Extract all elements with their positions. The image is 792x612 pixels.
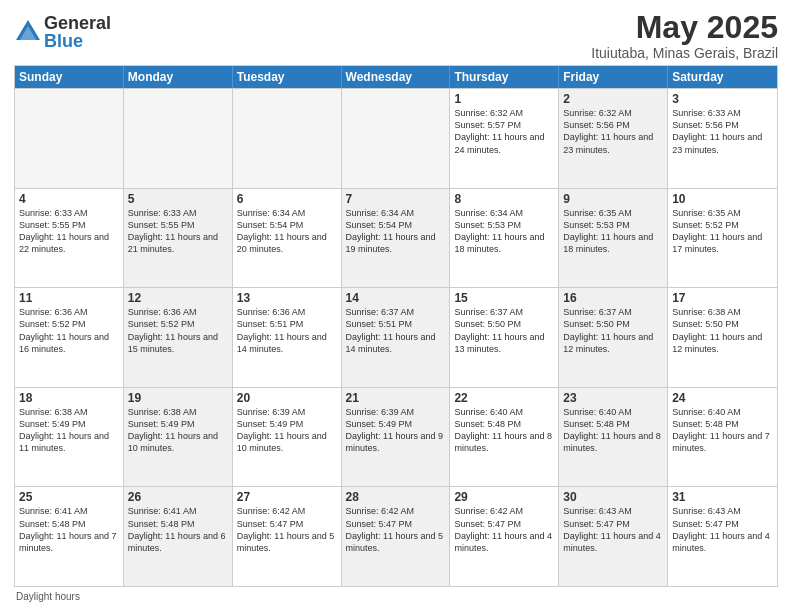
day-number: 31	[672, 490, 773, 504]
calendar: SundayMondayTuesdayWednesdayThursdayFrid…	[14, 65, 778, 587]
day-info: Sunrise: 6:40 AM Sunset: 5:48 PM Dayligh…	[672, 406, 773, 455]
calendar-cell	[15, 89, 124, 188]
day-number: 11	[19, 291, 119, 305]
day-info: Sunrise: 6:39 AM Sunset: 5:49 PM Dayligh…	[346, 406, 446, 455]
day-number: 13	[237, 291, 337, 305]
day-number: 18	[19, 391, 119, 405]
calendar-cell: 15Sunrise: 6:37 AM Sunset: 5:50 PM Dayli…	[450, 288, 559, 387]
day-number: 14	[346, 291, 446, 305]
day-info: Sunrise: 6:36 AM Sunset: 5:52 PM Dayligh…	[19, 306, 119, 355]
day-number: 26	[128, 490, 228, 504]
calendar-cell: 20Sunrise: 6:39 AM Sunset: 5:49 PM Dayli…	[233, 388, 342, 487]
subtitle: Ituiutaba, Minas Gerais, Brazil	[591, 45, 778, 61]
calendar-header-cell: Tuesday	[233, 66, 342, 88]
calendar-cell: 13Sunrise: 6:36 AM Sunset: 5:51 PM Dayli…	[233, 288, 342, 387]
day-info: Sunrise: 6:43 AM Sunset: 5:47 PM Dayligh…	[672, 505, 773, 554]
calendar-cell: 22Sunrise: 6:40 AM Sunset: 5:48 PM Dayli…	[450, 388, 559, 487]
calendar-cell	[233, 89, 342, 188]
day-number: 9	[563, 192, 663, 206]
day-info: Sunrise: 6:38 AM Sunset: 5:49 PM Dayligh…	[19, 406, 119, 455]
main-title: May 2025	[591, 10, 778, 45]
day-number: 6	[237, 192, 337, 206]
page: General Blue May 2025 Ituiutaba, Minas G…	[0, 0, 792, 612]
day-info: Sunrise: 6:32 AM Sunset: 5:57 PM Dayligh…	[454, 107, 554, 156]
calendar-cell: 5Sunrise: 6:33 AM Sunset: 5:55 PM Daylig…	[124, 189, 233, 288]
calendar-cell: 19Sunrise: 6:38 AM Sunset: 5:49 PM Dayli…	[124, 388, 233, 487]
day-number: 12	[128, 291, 228, 305]
calendar-cell: 26Sunrise: 6:41 AM Sunset: 5:48 PM Dayli…	[124, 487, 233, 586]
day-info: Sunrise: 6:35 AM Sunset: 5:53 PM Dayligh…	[563, 207, 663, 256]
day-number: 17	[672, 291, 773, 305]
calendar-cell: 6Sunrise: 6:34 AM Sunset: 5:54 PM Daylig…	[233, 189, 342, 288]
title-block: May 2025 Ituiutaba, Minas Gerais, Brazil	[591, 10, 778, 61]
day-number: 19	[128, 391, 228, 405]
calendar-cell: 2Sunrise: 6:32 AM Sunset: 5:56 PM Daylig…	[559, 89, 668, 188]
day-info: Sunrise: 6:41 AM Sunset: 5:48 PM Dayligh…	[19, 505, 119, 554]
day-number: 7	[346, 192, 446, 206]
calendar-cell: 11Sunrise: 6:36 AM Sunset: 5:52 PM Dayli…	[15, 288, 124, 387]
calendar-cell: 23Sunrise: 6:40 AM Sunset: 5:48 PM Dayli…	[559, 388, 668, 487]
day-number: 16	[563, 291, 663, 305]
calendar-header-cell: Wednesday	[342, 66, 451, 88]
calendar-week: 1Sunrise: 6:32 AM Sunset: 5:57 PM Daylig…	[15, 88, 777, 188]
day-info: Sunrise: 6:38 AM Sunset: 5:49 PM Dayligh…	[128, 406, 228, 455]
day-info: Sunrise: 6:33 AM Sunset: 5:55 PM Dayligh…	[128, 207, 228, 256]
calendar-header-cell: Friday	[559, 66, 668, 88]
calendar-cell: 21Sunrise: 6:39 AM Sunset: 5:49 PM Dayli…	[342, 388, 451, 487]
day-number: 23	[563, 391, 663, 405]
day-info: Sunrise: 6:41 AM Sunset: 5:48 PM Dayligh…	[128, 505, 228, 554]
day-number: 5	[128, 192, 228, 206]
calendar-cell: 4Sunrise: 6:33 AM Sunset: 5:55 PM Daylig…	[15, 189, 124, 288]
calendar-header-cell: Saturday	[668, 66, 777, 88]
day-info: Sunrise: 6:37 AM Sunset: 5:50 PM Dayligh…	[563, 306, 663, 355]
day-number: 30	[563, 490, 663, 504]
day-info: Sunrise: 6:42 AM Sunset: 5:47 PM Dayligh…	[346, 505, 446, 554]
logo-icon	[14, 18, 42, 46]
calendar-cell	[124, 89, 233, 188]
calendar-cell: 31Sunrise: 6:43 AM Sunset: 5:47 PM Dayli…	[668, 487, 777, 586]
day-info: Sunrise: 6:37 AM Sunset: 5:51 PM Dayligh…	[346, 306, 446, 355]
calendar-week: 11Sunrise: 6:36 AM Sunset: 5:52 PM Dayli…	[15, 287, 777, 387]
calendar-cell: 9Sunrise: 6:35 AM Sunset: 5:53 PM Daylig…	[559, 189, 668, 288]
day-number: 28	[346, 490, 446, 504]
day-info: Sunrise: 6:33 AM Sunset: 5:56 PM Dayligh…	[672, 107, 773, 156]
day-info: Sunrise: 6:34 AM Sunset: 5:54 PM Dayligh…	[346, 207, 446, 256]
calendar-header: SundayMondayTuesdayWednesdayThursdayFrid…	[15, 66, 777, 88]
calendar-cell	[342, 89, 451, 188]
calendar-cell: 28Sunrise: 6:42 AM Sunset: 5:47 PM Dayli…	[342, 487, 451, 586]
day-info: Sunrise: 6:33 AM Sunset: 5:55 PM Dayligh…	[19, 207, 119, 256]
day-info: Sunrise: 6:36 AM Sunset: 5:51 PM Dayligh…	[237, 306, 337, 355]
day-number: 29	[454, 490, 554, 504]
day-number: 25	[19, 490, 119, 504]
day-info: Sunrise: 6:34 AM Sunset: 5:54 PM Dayligh…	[237, 207, 337, 256]
calendar-cell: 30Sunrise: 6:43 AM Sunset: 5:47 PM Dayli…	[559, 487, 668, 586]
day-info: Sunrise: 6:43 AM Sunset: 5:47 PM Dayligh…	[563, 505, 663, 554]
day-info: Sunrise: 6:39 AM Sunset: 5:49 PM Dayligh…	[237, 406, 337, 455]
day-number: 20	[237, 391, 337, 405]
header: General Blue May 2025 Ituiutaba, Minas G…	[14, 10, 778, 61]
calendar-cell: 10Sunrise: 6:35 AM Sunset: 5:52 PM Dayli…	[668, 189, 777, 288]
day-number: 1	[454, 92, 554, 106]
day-number: 24	[672, 391, 773, 405]
day-number: 10	[672, 192, 773, 206]
calendar-week: 25Sunrise: 6:41 AM Sunset: 5:48 PM Dayli…	[15, 486, 777, 586]
day-info: Sunrise: 6:35 AM Sunset: 5:52 PM Dayligh…	[672, 207, 773, 256]
calendar-cell: 12Sunrise: 6:36 AM Sunset: 5:52 PM Dayli…	[124, 288, 233, 387]
day-info: Sunrise: 6:38 AM Sunset: 5:50 PM Dayligh…	[672, 306, 773, 355]
calendar-header-cell: Monday	[124, 66, 233, 88]
calendar-week: 18Sunrise: 6:38 AM Sunset: 5:49 PM Dayli…	[15, 387, 777, 487]
calendar-cell: 18Sunrise: 6:38 AM Sunset: 5:49 PM Dayli…	[15, 388, 124, 487]
calendar-cell: 29Sunrise: 6:42 AM Sunset: 5:47 PM Dayli…	[450, 487, 559, 586]
day-info: Sunrise: 6:42 AM Sunset: 5:47 PM Dayligh…	[454, 505, 554, 554]
calendar-cell: 8Sunrise: 6:34 AM Sunset: 5:53 PM Daylig…	[450, 189, 559, 288]
day-info: Sunrise: 6:34 AM Sunset: 5:53 PM Dayligh…	[454, 207, 554, 256]
day-info: Sunrise: 6:32 AM Sunset: 5:56 PM Dayligh…	[563, 107, 663, 156]
day-number: 3	[672, 92, 773, 106]
day-info: Sunrise: 6:40 AM Sunset: 5:48 PM Dayligh…	[563, 406, 663, 455]
day-number: 8	[454, 192, 554, 206]
calendar-body: 1Sunrise: 6:32 AM Sunset: 5:57 PM Daylig…	[15, 88, 777, 586]
footer: Daylight hours	[14, 591, 778, 602]
footer-label: Daylight hours	[16, 591, 80, 602]
calendar-cell: 17Sunrise: 6:38 AM Sunset: 5:50 PM Dayli…	[668, 288, 777, 387]
calendar-cell: 27Sunrise: 6:42 AM Sunset: 5:47 PM Dayli…	[233, 487, 342, 586]
